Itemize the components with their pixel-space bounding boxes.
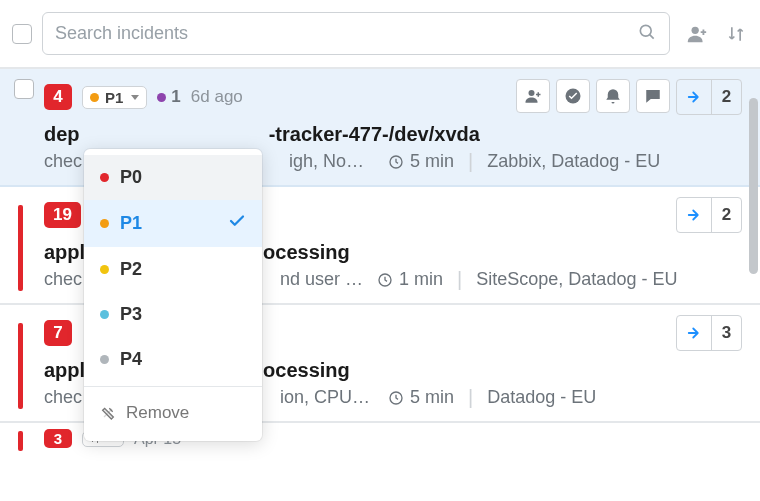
severity-bar [18, 205, 23, 291]
acknowledge-button[interactable] [556, 79, 590, 113]
add-responder-button[interactable] [516, 79, 550, 113]
priority-option-label: P4 [120, 349, 142, 370]
clock-icon [388, 154, 404, 170]
scrollbar[interactable] [749, 98, 758, 274]
ack-time-value: 5 min [410, 387, 454, 408]
integrations: Datadog - EU [487, 387, 596, 408]
svg-point-3 [529, 90, 535, 96]
share-button[interactable]: 2 [676, 197, 742, 233]
divider: | [468, 386, 473, 409]
share-icon [677, 316, 711, 350]
alert-count-badge: 3 [44, 429, 72, 448]
search-input[interactable] [55, 23, 637, 44]
remove-icon [100, 405, 116, 421]
priority-option-label: P2 [120, 259, 142, 280]
severity-bar [18, 323, 23, 409]
row-actions: 2 [676, 197, 742, 233]
tags-fragment: chec [44, 151, 82, 171]
priority-remove[interactable]: Remove [84, 391, 262, 435]
clock-icon [388, 390, 404, 406]
row-actions: 2 [516, 79, 742, 115]
title-fragment: ocessing [263, 241, 350, 263]
priority-dot-icon [100, 219, 109, 228]
divider: | [468, 150, 473, 173]
priority-option-p3[interactable]: P3 [84, 292, 262, 337]
row-checkbox[interactable] [14, 79, 34, 99]
clock-icon [377, 272, 393, 288]
ack-time-value: 1 min [399, 269, 443, 290]
search-wrapper [42, 12, 670, 55]
priority-option-label: P0 [120, 167, 142, 188]
ack-time: 5 min [388, 387, 454, 408]
snooze-button[interactable] [596, 79, 630, 113]
priority-option-p2[interactable]: P2 [84, 247, 262, 292]
priority-dropdown: P0 P1 P2 P3 P4 Remove [84, 149, 262, 441]
priority-dot-icon [100, 265, 109, 274]
tags-fragment: ion, CPU Utilizatio… [280, 387, 374, 407]
chevron-down-icon [131, 95, 139, 100]
priority-dot-icon [100, 173, 109, 182]
tags-fragment: nd user … [280, 269, 363, 289]
responders-count: 1 [171, 87, 180, 107]
title-fragment: ocessing [263, 359, 350, 381]
alert-count-badge: 4 [44, 84, 72, 110]
priority-option-label: P3 [120, 304, 142, 325]
sort-icon[interactable] [726, 23, 746, 45]
select-all-checkbox[interactable] [12, 24, 32, 44]
top-icons [680, 23, 752, 45]
title-fragment: appl [44, 241, 85, 263]
search-icon[interactable] [637, 22, 657, 45]
share-button[interactable]: 3 [676, 315, 742, 351]
severity-bar [18, 431, 23, 451]
priority-option-p4[interactable]: P4 [84, 337, 262, 382]
responder-dot-icon [157, 93, 166, 102]
row-first-line: 4 P1 1 6d ago [44, 79, 742, 115]
alert-count-badge: 19 [44, 202, 81, 228]
tags-fragment: chec [44, 269, 82, 289]
ack-time: 1 min [377, 269, 443, 290]
priority-dot-icon [100, 310, 109, 319]
priority-option-p1[interactable]: P1 [84, 200, 262, 247]
ack-time: 5 min [388, 151, 454, 172]
svg-point-0 [640, 25, 651, 36]
priority-label: P1 [105, 89, 123, 106]
comment-button[interactable] [636, 79, 670, 113]
share-button[interactable]: 2 [676, 79, 742, 115]
share-count: 2 [711, 80, 741, 114]
share-count: 3 [711, 316, 741, 350]
share-icon [677, 198, 711, 232]
priority-option-p0[interactable]: P0 [84, 155, 262, 200]
alert-count-badge: 7 [44, 320, 72, 346]
integrations: SiteScope, Datadog - EU [476, 269, 677, 290]
incident-title[interactable]: depxxxxxxxxxxxxxxxxx-tracker-477-/dev/xv… [44, 123, 742, 146]
title-fragment: appl [44, 359, 85, 381]
title-fragment: dep [44, 123, 80, 145]
tags-fragment: igh, Node… [289, 151, 374, 171]
priority-dot-icon [90, 93, 99, 102]
time-ago: 6d ago [191, 87, 243, 107]
tags-fragment: chec [44, 387, 82, 407]
share-icon [677, 80, 711, 114]
remove-label: Remove [126, 403, 189, 423]
responders-chip[interactable]: 1 [157, 87, 180, 107]
ack-time-value: 5 min [410, 151, 454, 172]
assign-icon[interactable] [686, 23, 708, 45]
check-icon [228, 212, 246, 235]
priority-selector[interactable]: P1 [82, 86, 147, 109]
integrations: Zabbix, Datadog - EU [487, 151, 660, 172]
share-count: 2 [711, 198, 741, 232]
title-fragment: -tracker-477-/dev/xvda [269, 123, 480, 145]
dropdown-divider [84, 386, 262, 387]
priority-dot-icon [100, 355, 109, 364]
priority-option-label: P1 [120, 213, 142, 234]
svg-line-1 [650, 35, 654, 39]
row-actions: 3 [676, 315, 742, 351]
top-bar [0, 0, 760, 67]
divider: | [457, 268, 462, 291]
svg-point-2 [692, 26, 699, 33]
